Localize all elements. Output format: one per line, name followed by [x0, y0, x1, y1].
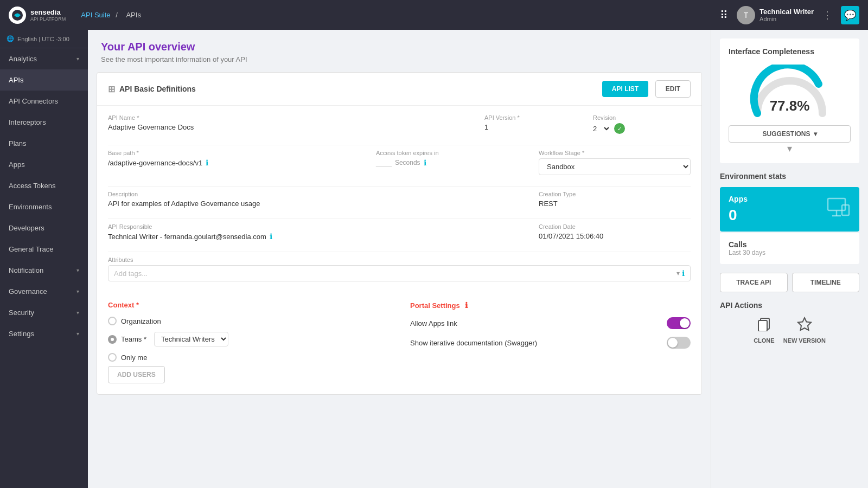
- show-swagger-toggle[interactable]: [667, 337, 691, 349]
- grid-section-icon: ⊞: [108, 84, 115, 94]
- tags-input[interactable]: Add tags... ▾ ℹ: [108, 265, 691, 281]
- suggestions-label: SUGGESTIONS: [762, 130, 810, 138]
- apps-label: Apps: [9, 160, 25, 169]
- monitor-icon: [827, 197, 851, 222]
- sidebar-item-developers[interactable]: Developers: [0, 217, 88, 239]
- base-path-value: /adaptive-governance-docs/v1 ℹ: [108, 158, 365, 167]
- revision-select[interactable]: [600, 124, 611, 133]
- breadcrumb-parent[interactable]: API Suite: [81, 11, 110, 19]
- workflow-stage-field: Workflow Stage * Sandbox: [539, 150, 691, 175]
- api-version-value: 1: [484, 123, 582, 131]
- add-users-button[interactable]: ADD USERS: [108, 366, 165, 383]
- revision-label: Revision: [593, 114, 691, 121]
- action-buttons: TRACE API TIMELINE: [720, 273, 859, 292]
- tags-info-icon[interactable]: ℹ: [682, 269, 685, 278]
- radio-only-me[interactable]: Only me: [108, 353, 388, 362]
- right-panel: Interface Completeness 77.8% SUGGESTIONS…: [711, 30, 868, 488]
- portal-info-icon[interactable]: ℹ: [465, 301, 468, 310]
- api-list-button[interactable]: API LIST: [602, 81, 648, 97]
- sidebar-item-governance[interactable]: Governance ▾: [0, 281, 88, 302]
- chevron-down-icon: ▾: [814, 130, 817, 138]
- star-icon: [797, 316, 812, 335]
- workflow-select[interactable]: Sandbox: [539, 158, 691, 175]
- team-select[interactable]: Technical Writers: [154, 332, 228, 346]
- radio-teams-input[interactable]: [108, 335, 117, 344]
- env-apps-card: Apps 0: [720, 187, 859, 232]
- seconds-label: Seconds: [395, 159, 420, 166]
- chevron-down-icon: ▾: [76, 267, 79, 273]
- clone-action[interactable]: CLONE: [754, 316, 775, 344]
- more-icon[interactable]: ⋮: [822, 9, 832, 21]
- breadcrumb: API Suite / APIs: [81, 11, 144, 19]
- completeness-title: Interface Completeness: [729, 47, 851, 56]
- sidebar-item-plans[interactable]: Plans: [0, 133, 88, 154]
- api-responsible-value: Technical Writer - fernanda.goulart@sens…: [108, 232, 528, 241]
- new-version-action[interactable]: NEW VERSION: [783, 316, 826, 344]
- api-name-field: API Name * Adaptive Governance Docs: [108, 114, 474, 134]
- api-version-label: API Version *: [484, 114, 582, 121]
- sidebar-item-apps[interactable]: Apps: [0, 154, 88, 175]
- chevron-down-icon: ▾: [76, 310, 79, 316]
- base-path-info-icon[interactable]: ℹ: [206, 158, 208, 167]
- logo: sensedia API PLATFORM: [9, 7, 66, 24]
- sidebar-item-security[interactable]: Security ▾: [0, 302, 88, 323]
- sidebar-item-general-trace[interactable]: General Trace: [0, 239, 88, 260]
- suggestions-button[interactable]: SUGGESTIONS ▾: [729, 125, 851, 143]
- user-section: T Technical Writer Admin: [737, 6, 814, 24]
- sidebar-item-interceptors[interactable]: Interceptors: [0, 112, 88, 133]
- fields-row-3: Description API for examples of Adaptive…: [108, 191, 691, 208]
- timeline-button[interactable]: TIMELINE: [792, 273, 860, 292]
- apis-label: APIs: [9, 76, 23, 84]
- tags-placeholder: Add tags...: [114, 269, 676, 278]
- interceptors-label: Interceptors: [9, 118, 46, 126]
- sidebar-item-environments[interactable]: Environments: [0, 196, 88, 217]
- workflow-label: Workflow Stage *: [539, 150, 691, 156]
- radio-organization[interactable]: Organization: [108, 317, 388, 325]
- clone-label: CLONE: [754, 337, 775, 344]
- sidebar-item-settings[interactable]: Settings ▾: [0, 323, 88, 344]
- access-token-info-icon[interactable]: ℹ: [424, 158, 426, 167]
- sidebar-item-notification[interactable]: Notification ▾: [0, 260, 88, 281]
- edit-button[interactable]: EDIT: [655, 80, 691, 98]
- api-section-header: ⊞ API Basic Definitions API LIST EDIT: [97, 73, 701, 106]
- context-section: Context * Organization Teams * Technical…: [108, 301, 388, 383]
- notification-label: Notification: [9, 266, 43, 274]
- description-label: Description: [108, 191, 528, 197]
- sidebar-item-access-tokens[interactable]: Access Tokens: [0, 175, 88, 196]
- show-swagger-label: Show iterative documentation (Swagger): [410, 339, 537, 347]
- description-value: API for examples of Adaptive Governance …: [108, 200, 528, 208]
- clone-icon: [756, 316, 771, 335]
- trace-api-button[interactable]: TRACE API: [720, 273, 788, 292]
- allow-apps-toggle[interactable]: [667, 317, 691, 329]
- chevron-down-icon: ▾: [76, 331, 79, 337]
- context-portal-row: Context * Organization Teams * Technical…: [97, 301, 701, 394]
- chat-icon[interactable]: 💬: [841, 6, 859, 24]
- breadcrumb-current: APIs: [126, 11, 141, 19]
- calls-label: Calls: [729, 240, 851, 249]
- expand-button[interactable]: ▾: [729, 143, 851, 155]
- fields-row-4: API Responsible Technical Writer - ferna…: [108, 223, 691, 241]
- logo-text: sensedia: [30, 8, 66, 17]
- page-subtitle: See the most important information of yo…: [101, 55, 698, 63]
- allow-apps-row: Allow Apps link: [410, 317, 691, 329]
- api-responsible-label: API Responsible: [108, 223, 528, 230]
- sidebar-item-api-connectors[interactable]: API Connectors: [0, 91, 88, 112]
- radio-teams[interactable]: Teams * Technical Writers: [108, 332, 388, 346]
- security-label: Security: [9, 309, 34, 317]
- revision-field: Revision 2: [593, 114, 691, 134]
- user-role: Admin: [760, 16, 814, 22]
- sidebar-item-analytics[interactable]: Analytics ▾: [0, 48, 88, 69]
- creation-date-value: 01/07/2021 15:06:40: [539, 232, 691, 240]
- grid-icon[interactable]: ⠿: [720, 9, 728, 22]
- svg-rect-6: [758, 320, 767, 331]
- sidebar-item-apis[interactable]: APIs: [0, 69, 88, 91]
- header-left: sensedia API PLATFORM API Suite / APIs: [9, 7, 144, 24]
- responsible-info-icon[interactable]: ℹ: [270, 232, 272, 241]
- sidebar-lang: 🌐 English | UTC -3:00: [0, 30, 88, 48]
- radio-org-input[interactable]: [108, 317, 117, 325]
- radio-onlyme-input[interactable]: [108, 353, 117, 362]
- radio-org-label: Organization: [121, 317, 161, 325]
- header-right: ⠿ T Technical Writer Admin ⋮ 💬: [720, 6, 859, 24]
- creation-type-field: Creation Type REST: [539, 191, 691, 208]
- avatar: T: [737, 6, 755, 24]
